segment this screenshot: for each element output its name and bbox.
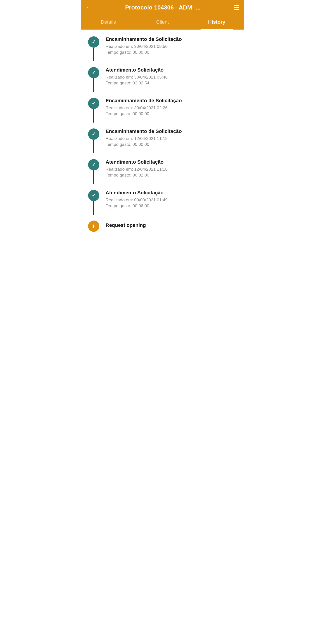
item-realizado-2: Realizado em: 30/04/2021 05:46 — [106, 75, 239, 80]
item-title-3: Encaminhamento de Solicitação — [106, 98, 239, 104]
menu-button[interactable]: ☰ — [234, 4, 239, 11]
check-icon-2: ✓ — [92, 70, 96, 76]
timeline-connector-2 — [93, 78, 94, 92]
tab-client[interactable]: Client — [136, 15, 190, 29]
timeline-item: ✓ Atendimento Solicitação Realizado em: … — [86, 67, 239, 98]
check-icon-3: ✓ — [92, 100, 96, 106]
timeline-left-last: + — [86, 220, 102, 232]
page-title: Protocolo 104306 - ADM- ... — [95, 4, 231, 11]
timeline-left-1: ✓ — [86, 36, 102, 61]
timeline-content-last: Request opening — [102, 220, 239, 230]
item-title-1: Encaminhamento de Solicitação — [106, 36, 239, 42]
item-realizado-5: Realizado em: 12/04/2021 11:18 — [106, 167, 239, 172]
plus-icon: + — [92, 222, 95, 230]
timeline-item: ✓ Encaminhamento de Solicitação Realizad… — [86, 128, 239, 159]
item-tempo-3: Tempo gasto: 00:00:00 — [106, 111, 239, 116]
history-timeline: ✓ Encaminhamento de Solicitação Realizad… — [81, 30, 244, 238]
timeline-content-5: Atendimento Solicitação Realizado em: 12… — [102, 159, 239, 190]
timeline-left-6: ✓ — [86, 190, 102, 215]
timeline-content-1: Encaminhamento de Solicitação Realizado … — [102, 36, 239, 67]
timeline-content-6: Atendimento Solicitação Realizado em: 09… — [102, 190, 239, 220]
item-realizado-4: Realizado em: 12/04/2021 11:18 — [106, 136, 239, 141]
item-tempo-1: Tempo gasto: 00:00:00 — [106, 50, 239, 55]
item-tempo-5: Tempo gasto: 00:02:00 — [106, 173, 239, 178]
item-title-6: Atendimento Solicitação — [106, 190, 239, 196]
back-button[interactable]: ← — [86, 4, 92, 11]
item-tempo-6: Tempo gasto: 00:06:00 — [106, 204, 239, 208]
timeline-icon-4: ✓ — [88, 128, 99, 140]
timeline-content-3: Encaminhamento de Solicitação Realizado … — [102, 98, 239, 128]
timeline-item: ✓ Encaminhamento de Solicitação Realizad… — [86, 36, 239, 67]
timeline-left-4: ✓ — [86, 128, 102, 153]
timeline-item: ✓ Atendimento Solicitação Realizado em: … — [86, 190, 239, 220]
item-title-5: Atendimento Solicitação — [106, 159, 239, 165]
timeline-left-3: ✓ — [86, 98, 102, 122]
timeline-connector-5 — [93, 170, 94, 184]
check-icon-5: ✓ — [92, 162, 96, 168]
timeline-content-4: Encaminhamento de Solicitação Realizado … — [102, 128, 239, 159]
item-realizado-1: Realizado em: 30/04/2021 05:50 — [106, 44, 239, 49]
timeline-icon-3: ✓ — [88, 98, 99, 109]
item-title-2: Atendimento Solicitação — [106, 67, 239, 73]
timeline-connector-6 — [93, 201, 94, 215]
timeline-connector-3 — [93, 109, 94, 122]
item-realizado-3: Realizado em: 30/04/2021 02:26 — [106, 106, 239, 110]
timeline-icon-last[interactable]: + — [88, 220, 99, 232]
timeline-left-5: ✓ — [86, 159, 102, 184]
check-icon-1: ✓ — [92, 39, 96, 45]
tab-details[interactable]: Details — [81, 15, 136, 29]
item-tempo-4: Tempo gasto: 00:00:00 — [106, 142, 239, 147]
tab-bar: Details Client History — [81, 15, 244, 30]
tab-history[interactable]: History — [190, 15, 244, 29]
timeline-left-2: ✓ — [86, 67, 102, 92]
timeline-icon-5: ✓ — [88, 159, 99, 170]
item-realizado-6: Realizado em: 09/03/2021 01:49 — [106, 198, 239, 202]
item-title-4: Encaminhamento de Solicitação — [106, 128, 239, 134]
item-tempo-2: Tempo gasto: 03:02:54 — [106, 80, 239, 86]
item-title-last: Request opening — [106, 222, 239, 228]
timeline-item: ✓ Atendimento Solicitação Realizado em: … — [86, 159, 239, 190]
check-icon-4: ✓ — [92, 131, 96, 137]
timeline-connector-1 — [93, 48, 94, 61]
timeline-connector-4 — [93, 140, 94, 153]
timeline-item-last: + Request opening — [86, 220, 239, 232]
check-icon-6: ✓ — [92, 192, 96, 198]
timeline-icon-1: ✓ — [88, 36, 99, 48]
app-header: ← Protocolo 104306 - ADM- ... ☰ — [81, 0, 244, 15]
timeline-content-2: Atendimento Solicitação Realizado em: 30… — [102, 67, 239, 98]
timeline-item: ✓ Encaminhamento de Solicitação Realizad… — [86, 98, 239, 128]
timeline-icon-2: ✓ — [88, 67, 99, 78]
timeline-icon-6: ✓ — [88, 190, 99, 201]
